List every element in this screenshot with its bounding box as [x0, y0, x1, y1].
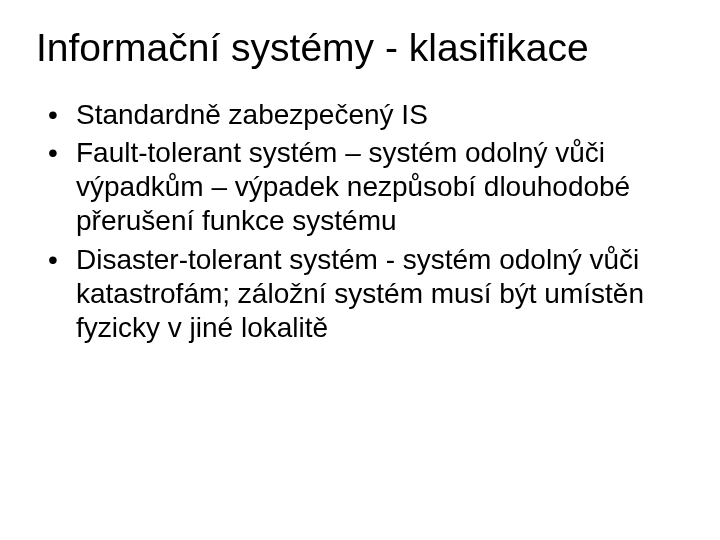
- list-item: Standardně zabezpečený IS: [48, 98, 690, 132]
- slide-title: Informační systémy - klasifikace: [36, 26, 690, 70]
- slide: Informační systémy - klasifikace Standar…: [0, 0, 720, 540]
- list-item: Disaster-tolerant systém - systém odolný…: [48, 243, 690, 345]
- list-item: Fault-tolerant systém – systém odolný vů…: [48, 136, 690, 238]
- bullet-list: Standardně zabezpečený IS Fault-tolerant…: [48, 98, 690, 345]
